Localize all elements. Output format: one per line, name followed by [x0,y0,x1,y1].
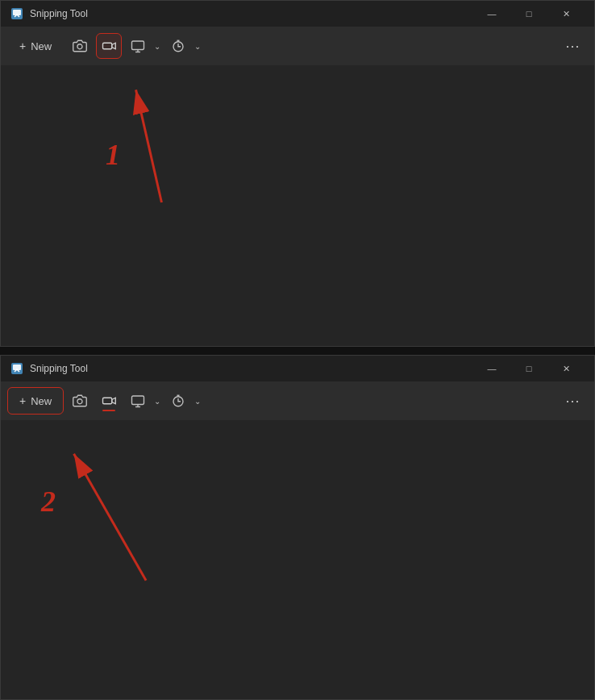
camera-button-top[interactable] [67,33,93,59]
screen-button-bottom[interactable] [125,388,151,414]
svg-rect-5 [132,41,144,50]
plus-icon-top: + [19,40,26,52]
video-button-top[interactable] [96,33,122,59]
close-button-bottom[interactable]: ✕ [547,356,585,381]
svg-line-12 [136,90,162,202]
maximize-button-top[interactable]: □ [510,1,547,27]
app-icon-bottom [10,362,23,375]
content-area-bottom: 2 [1,420,594,699]
timer-dropdown-top[interactable]: ⌄ [193,33,202,59]
maximize-button-bottom[interactable]: □ [510,356,547,381]
plus-icon-bottom: + [19,394,26,407]
window-bottom: Snipping Tool — □ ✕ + New [0,355,595,700]
more-button-bottom[interactable]: ⋯ [559,388,588,414]
svg-marker-4 [112,43,116,49]
title-bar-top: Snipping Tool — □ ✕ [1,1,594,27]
new-button-top[interactable]: + New [7,32,64,60]
screen-button-group-top: ⌄ [125,33,162,59]
svg-rect-3 [103,43,112,49]
video-button-bottom[interactable] [96,388,122,414]
screen-dropdown-top[interactable]: ⌄ [152,33,162,59]
timer-button-group-bottom: ⌄ [165,388,202,414]
timer-button-bottom[interactable] [165,388,191,414]
timer-button-group-top: ⌄ [165,33,202,59]
svg-point-15 [77,399,82,404]
svg-marker-17 [112,398,116,404]
screen-button-top[interactable] [125,33,151,59]
more-button-top[interactable]: ⋯ [559,33,588,59]
window-top: Snipping Tool — □ ✕ + New [0,0,595,347]
timer-dropdown-bottom[interactable]: ⌄ [193,388,202,414]
window-controls-bottom: — □ ✕ [473,356,585,381]
app-icon-top [10,7,23,20]
close-button-top[interactable]: ✕ [547,1,585,27]
svg-point-2 [77,44,82,49]
title-top: Snipping Tool [30,8,473,19]
annotation-number-1: 1 [106,138,120,172]
window-divider [0,347,595,355]
new-button-bottom[interactable]: + New [7,387,64,415]
svg-line-25 [74,454,146,581]
timer-button-top[interactable] [165,33,191,59]
window-controls-top: — □ ✕ [473,1,585,27]
screen-button-group-bottom: ⌄ [125,388,162,414]
toolbar-bottom: + New ⌄ [1,381,594,420]
svg-rect-16 [103,398,112,404]
new-label-bottom: New [31,395,52,407]
title-bottom: Snipping Tool [30,363,473,374]
svg-rect-18 [132,396,144,405]
annotation-number-2: 2 [41,485,56,519]
new-label-top: New [31,40,52,52]
minimize-button-bottom[interactable]: — [473,356,510,381]
camera-button-bottom[interactable] [67,388,93,414]
toolbar-top: + New ⌄ [1,27,594,65]
title-bar-bottom: Snipping Tool — □ ✕ [1,356,594,381]
screen-dropdown-bottom[interactable]: ⌄ [152,388,162,414]
minimize-button-top[interactable]: — [473,1,510,27]
content-area-top: 1 [1,65,594,346]
